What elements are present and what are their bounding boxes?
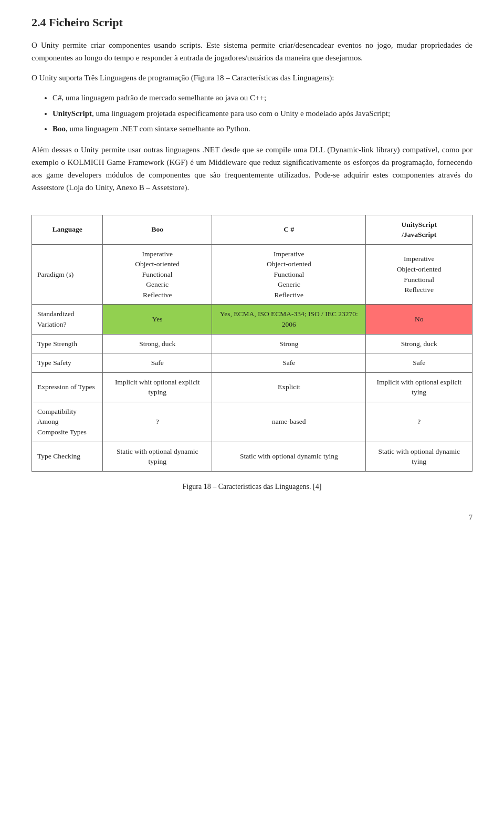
table-cell-label: Expression of Types [32,372,103,402]
col-header-csharp: C # [212,215,366,244]
table-cell-unity: ImperativeObject-orientedFunctionalRefle… [366,244,472,305]
table-cell-label: Type Strength [32,334,103,353]
table-cell-unity: Implicit with optional explicit tying [366,372,472,402]
section-heading: 2.4 Ficheiro Script [32,16,472,29]
paragraph-3: Além dessas o Unity permite usar outras … [32,143,472,194]
table-cell-boo: Implicit whit optional explicit typing [103,372,212,402]
figure-caption: Figura 18 – Características das Linguage… [32,481,472,493]
table-row: StandardizedVariation?YesYes, ECMA, ISO … [32,305,472,334]
bullet3-bold: Boo [52,124,66,133]
table-row: Compatibility AmongComposite Types?name-… [32,402,472,442]
table-cell-csharp: Yes, ECMA, ISO ECMA-334; ISO / IEC 23270… [212,305,366,334]
bullet-item-3: Boo, uma linguagem .NET com sintaxe seme… [52,122,472,136]
paragraph-2-intro: O Unity suporta Três Linguagens de progr… [32,71,472,84]
table-cell-csharp: Safe [212,353,366,373]
table-row: Expression of TypesImplicit whit optiona… [32,372,472,402]
table-cell-boo: ? [103,402,212,442]
bullet-list: C#, uma linguagem padrão de mercado seme… [52,91,472,136]
table-cell-csharp: Explicit [212,372,366,402]
col-header-language: Language [32,215,103,244]
table-cell-csharp: Strong [212,334,366,353]
table-cell-boo: Safe [103,353,212,373]
table-cell-csharp: name-based [212,402,366,442]
table-cell-unity: Strong, duck [366,334,472,353]
bullet2-bold: UnityScript [52,109,92,118]
col-header-boo: Boo [103,215,212,244]
table-cell-boo: ImperativeObject-orientedFunctionalGener… [103,244,212,305]
table-cell-boo: Static with optional dynamic typing [103,442,212,471]
table-cell-boo: Yes [103,305,212,334]
table-cell-boo: Strong, duck [103,334,212,353]
bullet2-rest: , uma linguagem projetada especificament… [92,109,390,118]
table-cell-unity: ? [366,402,472,442]
paragraph-1: O Unity permite criar componentes usando… [32,39,472,64]
page-number: 7 [32,514,472,522]
table-cell-unity: Safe [366,353,472,373]
table-cell-csharp: ImperativeObject-orientedFunctionalGener… [212,244,366,305]
table-cell-label: StandardizedVariation? [32,305,103,334]
table-row: Type StrengthStrong, duckStrongStrong, d… [32,334,472,353]
col-header-unity: UnityScript/JavaScript [366,215,472,244]
language-table-container: Language Boo C # UnityScript/JavaScript … [32,215,472,472]
bullet3-rest: , uma linguagem .NET com sintaxe semelha… [66,124,250,133]
table-header-row: Language Boo C # UnityScript/JavaScript [32,215,472,244]
table-cell-label: Type Safety [32,353,103,373]
table-cell-label: Compatibility AmongComposite Types [32,402,103,442]
table-cell-unity: No [366,305,472,334]
table-row: Paradigm (s)ImperativeObject-orientedFun… [32,244,472,305]
table-cell-label: Paradigm (s) [32,244,103,305]
table-cell-csharp: Static with optional dynamic tying [212,442,366,471]
table-row: Type SafetySafeSafeSafe [32,353,472,373]
language-table: Language Boo C # UnityScript/JavaScript … [32,215,472,472]
table-cell-label: Type Checking [32,442,103,471]
table-cell-unity: Static with optional dynamic tying [366,442,472,471]
bullet-item-2: UnityScript, uma linguagem projetada esp… [52,107,472,121]
bullet-item-1: C#, uma linguagem padrão de mercado seme… [52,91,472,105]
table-row: Type CheckingStatic with optional dynami… [32,442,472,471]
